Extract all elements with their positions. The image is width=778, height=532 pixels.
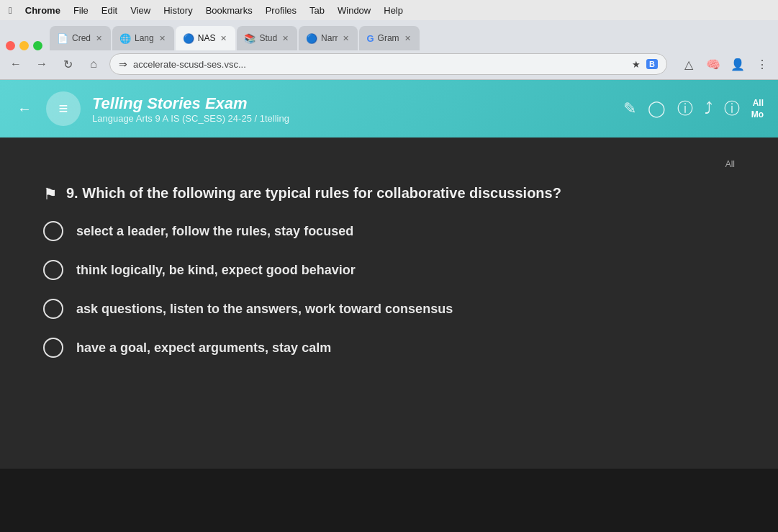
tab-stud-label: Stud <box>259 33 277 43</box>
avatar-icon: ≡ <box>59 99 68 118</box>
help-question-button[interactable]: ⓘ <box>724 98 740 120</box>
tab-gram-close[interactable]: ✕ <box>403 33 412 44</box>
all-label: All <box>753 98 764 108</box>
exam-header: ← ≡ Telling Stories Exam Language Arts 9… <box>0 80 778 137</box>
tab-narr-icon: 🔵 <box>306 33 317 44</box>
option-c-text: ask questions, listen to the answers, wo… <box>76 302 453 317</box>
tab-gram[interactable]: G Gram ✕ <box>359 26 419 50</box>
maximize-window-button[interactable] <box>33 41 42 50</box>
site-icon: ⇒ <box>119 58 127 70</box>
back-button[interactable]: ← <box>6 54 26 74</box>
tab-nas-label: NAS <box>198 33 216 43</box>
close-window-button[interactable] <box>6 41 15 50</box>
address-bar[interactable]: ⇒ accelerate-scusd-ses.vsc... ★ B <box>109 53 667 75</box>
tab-stud-icon: 📚 <box>244 33 255 44</box>
macos-menu-bar:  Chrome File Edit View History Bookmark… <box>0 0 778 20</box>
tab-cred-label: Cred <box>72 33 91 43</box>
menu-history[interactable]: History <box>163 5 192 16</box>
all-questions-label: All <box>43 159 735 169</box>
tab-nas-icon: 🔵 <box>183 33 194 44</box>
tab-narr-label: Narr <box>321 33 338 43</box>
question-row: ⚑ 9. Which of the following are typical … <box>43 184 735 204</box>
menu-icon[interactable]: ⋮ <box>752 54 772 74</box>
radio-a[interactable] <box>43 221 63 241</box>
tab-narr-close[interactable]: ✕ <box>341 33 350 44</box>
tab-lang-close[interactable]: ✕ <box>158 33 167 44</box>
tab-lang[interactable]: 🌐 Lang ✕ <box>112 26 174 50</box>
mo-label: Mo <box>751 109 764 120</box>
tab-nas-close[interactable]: ✕ <box>219 33 228 44</box>
home-button[interactable]: ⌂ <box>83 54 104 74</box>
forward-button[interactable]: → <box>32 54 52 74</box>
option-d-text: have a goal, expect arguments, stay calm <box>76 341 331 356</box>
tab-cred[interactable]: 📄 Cred ✕ <box>50 26 111 50</box>
tab-narr[interactable]: 🔵 Narr ✕ <box>299 26 358 50</box>
tab-gram-label: Gram <box>378 33 399 43</box>
shield-icon[interactable]: △ <box>679 54 699 74</box>
exam-header-actions: ✎ ◯ ⓘ ⤴ ⓘ <box>623 98 740 120</box>
radio-c[interactable] <box>43 299 63 319</box>
exam-header-right: All Mo <box>751 98 764 120</box>
menu-edit[interactable]: Edit <box>101 5 117 16</box>
flag-icon[interactable]: ⚑ <box>43 185 58 204</box>
browser-toolbar-icons: △ 🧠 👤 ⋮ <box>679 54 772 74</box>
avatar: ≡ <box>46 91 81 126</box>
tab-lang-icon: 🌐 <box>119 33 131 44</box>
info-button[interactable]: ⓘ <box>677 98 693 120</box>
menu-help[interactable]: Help <box>384 5 403 16</box>
menu-tab[interactable]: Tab <box>309 5 325 16</box>
clock-icon-button[interactable]: ◯ <box>648 99 666 118</box>
menu-file[interactable]: File <box>73 5 89 16</box>
browser-chrome: 📄 Cred ✕ 🌐 Lang ✕ 🔵 NAS ✕ 📚 Stud ✕ 🔵 Nar… <box>0 20 778 80</box>
tab-stud[interactable]: 📚 Stud ✕ <box>237 26 297 50</box>
option-c[interactable]: ask questions, listen to the answers, wo… <box>43 299 735 319</box>
tab-bar: 📄 Cred ✕ 🌐 Lang ✕ 🔵 NAS ✕ 📚 Stud ✕ 🔵 Nar… <box>0 20 778 50</box>
option-d[interactable]: have a goal, expect arguments, stay calm <box>43 338 735 358</box>
bookmark-star-icon[interactable]: ★ <box>632 59 641 70</box>
option-a[interactable]: select a leader, follow the rules, stay … <box>43 221 735 241</box>
extension-menu-icon[interactable]: 🧠 <box>703 54 723 74</box>
exam-back-button[interactable]: ← <box>14 98 35 120</box>
radio-d[interactable] <box>43 338 63 358</box>
menu-profiles[interactable]: Profiles <box>266 5 297 16</box>
edit-pencil-button[interactable]: ✎ <box>623 99 636 118</box>
menu-window[interactable]: Window <box>338 5 371 16</box>
exam-info: Telling Stories Exam Language Arts 9 A I… <box>92 94 612 124</box>
tab-lang-label: Lang <box>135 33 154 43</box>
option-b[interactable]: think logically, be kind, expect good be… <box>43 260 735 280</box>
tab-cred-icon: 📄 <box>57 33 68 44</box>
menu-chrome[interactable]: Chrome <box>25 5 60 16</box>
reload-button[interactable]: ↻ <box>58 54 78 74</box>
refresh-button[interactable]: ⤴ <box>705 99 713 118</box>
apple-menu[interactable]:  <box>9 5 12 16</box>
option-a-text: select a leader, follow the rules, stay … <box>76 224 353 239</box>
minimize-window-button[interactable] <box>19 41 29 50</box>
tab-gram-icon: G <box>366 33 374 44</box>
tab-cred-close[interactable]: ✕ <box>94 33 104 44</box>
tab-stud-close[interactable]: ✕ <box>281 33 290 44</box>
traffic-lights <box>6 41 42 50</box>
question-area: All ⚑ 9. Which of the following are typi… <box>0 137 778 469</box>
extension-icon[interactable]: B <box>646 59 658 69</box>
url-text: accelerate-scusd-ses.vsc... <box>133 59 626 70</box>
menu-bookmarks[interactable]: Bookmarks <box>206 5 253 16</box>
exam-title: Telling Stories Exam <box>92 94 612 113</box>
question-text: 9. Which of the following are typical ru… <box>66 184 561 202</box>
profile-icon[interactable]: 👤 <box>728 54 748 74</box>
option-b-text: think logically, be kind, expect good be… <box>76 263 356 278</box>
tab-nas[interactable]: 🔵 NAS ✕ <box>176 26 236 50</box>
address-bar-row: ← → ↻ ⌂ ⇒ accelerate-scusd-ses.vsc... ★ … <box>0 50 778 79</box>
exam-subtitle: Language Arts 9 A IS (SC_SES) 24-25 / 1t… <box>92 113 612 124</box>
menu-view[interactable]: View <box>130 5 150 16</box>
radio-b[interactable] <box>43 260 63 280</box>
